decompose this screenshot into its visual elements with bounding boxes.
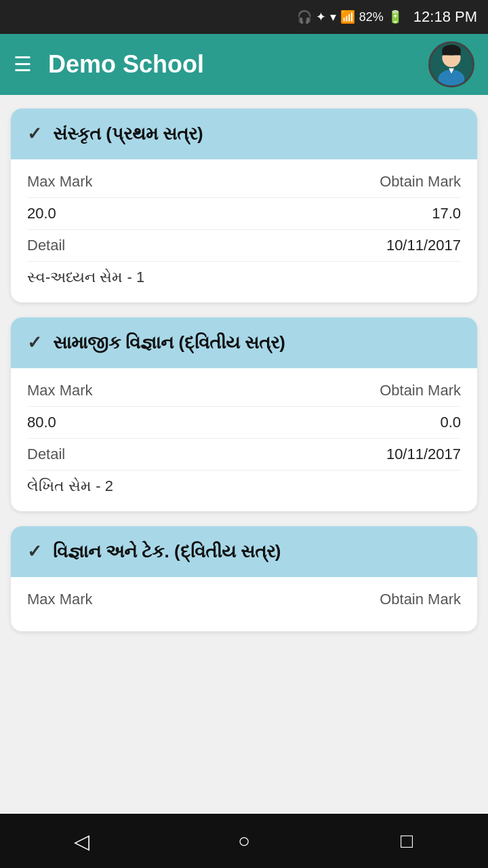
avatar[interactable] <box>428 41 474 87</box>
obtain-mark-value-1: 17.0 <box>432 205 461 222</box>
headphone-icon: 🎧 <box>297 9 312 24</box>
marks-labels-row-3: Max Mark Obtain Mark <box>27 591 461 608</box>
detail-label-1: Detail <box>27 237 65 254</box>
obtain-mark-label-1: Obtain Mark <box>380 173 461 191</box>
back-icon: ◁ <box>74 829 89 853</box>
marks-values-row-2: 80.0 0.0 <box>27 414 461 431</box>
home-button[interactable]: ○ <box>224 821 264 861</box>
wifi-icon: ▾ <box>330 9 336 24</box>
card-title-sanskrit: સંસ્કૃત (પ્રથમ સત્ર) <box>53 123 203 144</box>
battery-text: 82% <box>359 10 384 24</box>
marks-values-row-1: 20.0 17.0 <box>27 205 461 222</box>
max-mark-label-3: Max Mark <box>27 591 93 608</box>
check-icon-3: ✓ <box>27 541 42 562</box>
main-content: ✓ સંસ્કૃત (પ્રથમ સત્ર) Max Mark Obtain M… <box>0 95 488 713</box>
back-button[interactable]: ◁ <box>61 821 102 861</box>
max-mark-value-1: 20.0 <box>27 205 56 222</box>
detail-row-1: Detail 10/11/2017 <box>27 237 461 254</box>
card-sanskrit: ✓ સંસ્કૃત (પ્રથમ સત્ર) Max Mark Obtain M… <box>11 108 477 302</box>
detail-value-1: 10/11/2017 <box>386 237 461 254</box>
max-mark-label-1: Max Mark <box>27 173 93 191</box>
svg-rect-4 <box>442 50 460 56</box>
max-mark-value-2: 80.0 <box>27 414 56 431</box>
bottom-nav: ◁ ○ □ <box>0 814 488 868</box>
card-header-science: ✓ વિજ્ઞાન અને ટેક. (દ્વિતીય સત્ર) <box>11 526 477 577</box>
app-bar: ☰ Demo School <box>0 34 488 95</box>
home-icon: ○ <box>238 829 250 852</box>
bluetooth-icon: ✦ <box>316 9 326 24</box>
check-icon-2: ✓ <box>27 332 42 353</box>
app-title: Demo School <box>48 50 412 79</box>
marks-labels-row-2: Max Mark Obtain Mark <box>27 382 461 399</box>
obtain-mark-value-2: 0.0 <box>440 414 461 431</box>
status-bar: 🎧 ✦ ▾ 📶 82% 🔋 12:18 PM <box>0 0 488 34</box>
card-header-social: ✓ સામાજીક વિજ્ઞાન (દ્વિતીય સત્ર) <box>11 317 477 368</box>
card-social-science: ✓ સામાજીક વિજ્ઞાન (દ્વિતીય સત્ર) Max Mar… <box>11 317 477 511</box>
detail-value-2: 10/11/2017 <box>386 446 461 463</box>
time-display: 12:18 PM <box>413 8 477 26</box>
check-icon-1: ✓ <box>27 123 42 144</box>
marks-labels-row-1: Max Mark Obtain Mark <box>27 173 461 191</box>
detail-label-2: Detail <box>27 446 65 463</box>
card-body-sanskrit: Max Mark Obtain Mark 20.0 17.0 Detail 10… <box>11 159 477 302</box>
extra-label-2: લેખિત સેમ - 2 <box>27 477 113 494</box>
hamburger-menu-icon[interactable]: ☰ <box>14 54 32 75</box>
max-mark-label-2: Max Mark <box>27 382 93 399</box>
obtain-mark-label-3: Obtain Mark <box>380 591 461 608</box>
avatar-image <box>430 43 472 86</box>
status-icons: 🎧 ✦ ▾ 📶 82% 🔋 <box>297 9 403 24</box>
card-body-social: Max Mark Obtain Mark 80.0 0.0 Detail 10/… <box>11 368 477 511</box>
extra-label-1: સ્વ-અધ્યન સેમ - 1 <box>27 269 144 285</box>
obtain-mark-label-2: Obtain Mark <box>380 382 461 399</box>
signal-icon: 📶 <box>340 9 355 24</box>
recent-apps-button[interactable]: □ <box>386 821 427 861</box>
card-body-science: Max Mark Obtain Mark <box>11 577 477 631</box>
battery-icon: 🔋 <box>388 9 403 24</box>
card-science-tech: ✓ વિજ્ઞાન અને ટેક. (દ્વિતીય સત્ર) Max Ma… <box>11 526 477 631</box>
card-title-social: સામાજીક વિજ્ઞાન (દ્વિતીય સત્ર) <box>53 332 285 353</box>
detail-row-2: Detail 10/11/2017 <box>27 446 461 463</box>
recent-icon: □ <box>401 829 413 852</box>
card-header-sanskrit: ✓ સંસ્કૃત (પ્રથમ સત્ર) <box>11 108 477 159</box>
card-title-science: વિજ્ઞાન અને ટેક. (દ્વિતીય સત્ર) <box>53 541 281 562</box>
